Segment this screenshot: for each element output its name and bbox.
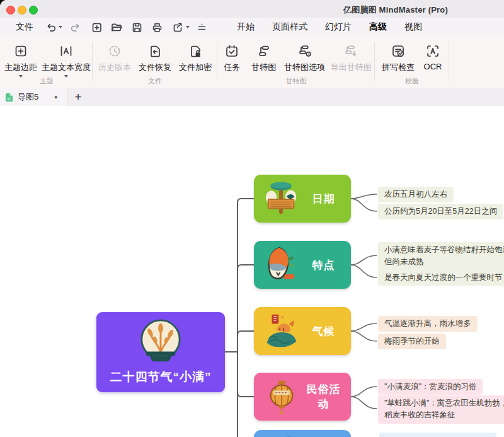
mindmap-canvas[interactable]: 二十四节气“小满” 日期 [0,106,504,437]
subtopic-folk-2[interactable]: "草蛙跳小满"：寓意农田生机勃勃，稻麦丰收的吉祥象征 [378,395,504,424]
ocr-button[interactable]: OCR [419,42,447,71]
topic-partial[interactable] [254,430,351,437]
theme-margin-button[interactable]: 主题边距 [1,42,40,78]
save-icon[interactable] [130,21,143,33]
spell-check-icon [391,42,406,61]
theme-margin-icon [13,42,28,61]
document-tab-label: 导图5 [18,91,38,103]
theme-text-width-icon [59,42,74,61]
steelyard-illustration [262,180,301,218]
subtopic-climate-1[interactable]: 气温逐渐升高，雨水增多 [378,316,478,332]
topic-label: 民俗活动 [301,382,351,411]
subtopic-folk-1[interactable]: "小满麦浪"：赏麦浪的习俗 [378,379,483,395]
ribbon-group-label: 校验 [375,76,449,86]
window-title: 亿图脑图 MindMaster (Pro) [343,4,448,16]
undo-dropdown-icon[interactable] [59,26,62,28]
topic-features[interactable]: 特点 [254,241,351,289]
root-topic[interactable]: 二十四节气“小满” [96,312,225,392]
tab-home[interactable]: 开始 [237,21,255,33]
topic-label: 气候 [301,324,351,339]
ocr-icon [425,42,440,61]
ribbon-divider [92,42,93,81]
mindmap-doc-icon [5,93,13,102]
file-menu[interactable]: 文件 [16,21,33,33]
tab-page-style[interactable]: 页面样式 [272,21,307,33]
open-folder-icon[interactable] [110,21,123,33]
new-document-icon[interactable] [90,21,103,33]
task-icon [224,42,239,61]
ribbon-group-label: 主题 [1,76,92,86]
grain-seed-illustration [262,246,301,284]
ribbon-toolbar: 主题边距 主题文本宽度 主题 [0,37,504,89]
subtopic-partial[interactable] [379,433,496,437]
ribbon-group-file: 历史版本 文件恢复 [93,37,217,88]
file-encrypt-icon [188,42,203,61]
topic-label: 特点 [301,258,351,272]
ribbon-divider [217,42,217,81]
task-button[interactable]: 任务 [218,42,246,73]
topic-date[interactable]: 日期 [254,175,351,223]
gantt-export-icon [343,42,358,61]
ribbon-divider [374,42,375,81]
topic-label: 日期 [301,192,351,206]
ribbon-group-theme: 主题边距 主题文本宽度 主题 [1,37,92,88]
hill-fish-illustration [262,312,301,350]
root-topic-label: 二十四节气“小满” [96,369,225,385]
print-icon[interactable] [151,21,163,33]
subtopic-features-1[interactable]: 小满意味着麦子等谷物结籽开始饱满但尚未成熟 [378,242,504,271]
subtopic-date-1[interactable]: 农历五月初八左右 [378,187,454,202]
subtopic-features-2[interactable]: 是春天向夏天过渡的一个重要时节 [378,270,504,286]
fullscreen-icon[interactable] [29,6,38,15]
gantt-export-button: 导出甘特图 [328,42,374,73]
menu-bar: 文件 [0,18,504,37]
ribbon-divider [449,42,449,81]
history-version-button: 历史版本 [94,42,135,73]
minimize-icon[interactable] [18,6,26,15]
topic-climate[interactable]: 气候 [254,307,351,355]
toolbar-overflow-icon[interactable] [195,21,208,33]
new-tab-button[interactable]: + [71,90,86,105]
subtopic-climate-2[interactable]: 梅雨季节的开始 [378,334,446,349]
close-icon[interactable] [6,6,15,15]
ribbon-group-label: 文件 [93,76,217,86]
gantt-icon [256,42,272,61]
ribbon-group-label: 甘特图 [218,76,374,86]
gantt-options-button[interactable]: 甘特图选项 [282,42,328,73]
subtopic-date-2[interactable]: 公历约为5月20日至5月22日之间 [378,204,503,219]
tab-advanced[interactable]: 高级 [369,21,387,33]
undo-icon[interactable] [44,21,57,33]
ribbon-group-gantt: 任务 甘特图 [218,37,374,88]
gantt-options-icon [297,42,312,61]
file-restore-button[interactable]: 文件恢复 [135,42,175,73]
topic-folk-customs[interactable]: 民俗活动 [254,373,351,421]
history-version-icon [107,42,122,61]
redo-icon [69,21,82,33]
lantern-illustration [262,378,301,416]
share-icon[interactable] [171,21,183,33]
tab-slideshow[interactable]: 幻灯片 [325,21,352,33]
file-encrypt-button[interactable]: 文件加密 [175,42,215,73]
tab-view[interactable]: 视图 [404,21,422,33]
unsaved-indicator-dot: ● [54,95,57,100]
document-tab-bar: 导图5 ● + [0,88,504,107]
ribbon-group-proofing: 拼写检查 OCR 校验 [375,37,449,88]
spell-check-button[interactable]: 拼写检查 [377,42,419,73]
share-dropdown-icon[interactable] [186,26,190,28]
app-window: 亿图脑图 MindMaster (Pro) 文件 [0,0,504,437]
file-restore-icon [147,42,163,61]
theme-text-width-button[interactable]: 主题文本宽度 [40,42,92,78]
gantt-button[interactable]: 甘特图 [246,42,282,73]
title-bar: 亿图脑图 MindMaster (Pro) [0,0,504,18]
wheat-bowl-illustration [136,317,185,366]
